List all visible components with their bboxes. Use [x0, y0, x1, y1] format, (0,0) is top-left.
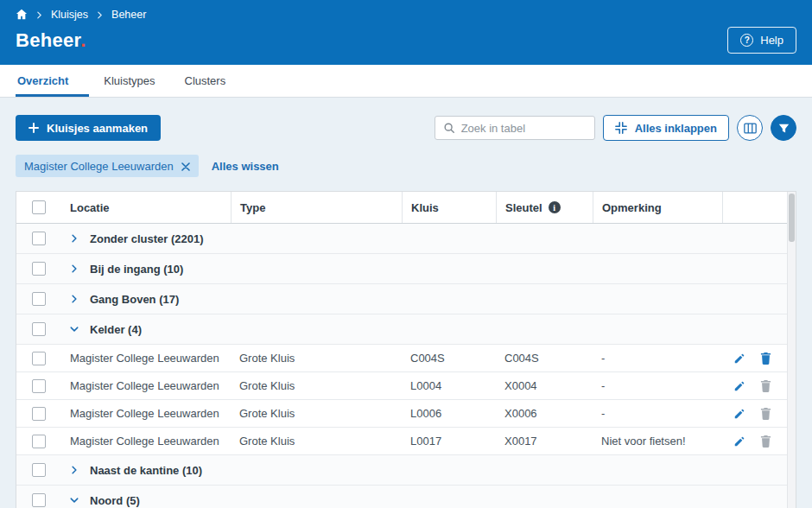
delete-icon[interactable]	[760, 435, 771, 448]
table-search	[435, 116, 595, 140]
scrollbar-thumb[interactable]	[789, 194, 795, 242]
breadcrumb-item-beheer[interactable]: Beheer	[111, 9, 146, 21]
column-header-sleutel[interactable]: Sleutel	[496, 192, 593, 223]
column-settings-button[interactable]	[737, 115, 763, 141]
row-checkbox[interactable]	[32, 262, 46, 276]
group-row-zonder-cluster[interactable]: Zonder cluster (2201)	[16, 224, 796, 254]
row-checkbox[interactable]	[32, 322, 46, 336]
edit-icon[interactable]	[733, 380, 745, 392]
cell-opmerking: -	[593, 379, 722, 392]
row-checkbox[interactable]	[32, 493, 46, 507]
filter-chip-label: Magister College Leeuwarden	[24, 160, 174, 173]
breadcrumb: Kluisjes Beheer	[16, 9, 796, 21]
cell-sleutel: X0017	[496, 435, 593, 448]
cell-kluis: C004S	[402, 352, 496, 365]
group-row-gang-boven[interactable]: Gang Boven (17)	[16, 284, 796, 314]
filter-button[interactable]	[771, 115, 796, 141]
clear-all-filters-link[interactable]: Alles wissen	[212, 160, 279, 173]
close-icon[interactable]	[181, 162, 190, 171]
cell-locatie: Magister College Leeuwarden	[61, 352, 231, 365]
column-header-label: Locatie	[70, 201, 110, 214]
search-input[interactable]	[461, 122, 587, 135]
column-header-label: Kluis	[411, 201, 439, 214]
row-checkbox[interactable]	[32, 435, 46, 448]
column-header-opmerking[interactable]: Opmerking	[593, 192, 722, 223]
cell-locatie: Magister College Leeuwarden	[61, 379, 231, 392]
help-button[interactable]: Help	[727, 27, 796, 54]
collapse-all-button[interactable]: Alles inklappen	[603, 115, 729, 141]
app-header: Kluisjes Beheer Beheer. Help	[0, 0, 812, 65]
cell-locatie: Magister College Leeuwarden	[61, 407, 231, 420]
column-header-label: Sleutel	[505, 201, 542, 214]
tab-kluistypes[interactable]: Kluistypes	[89, 65, 169, 97]
column-header-label: Type	[240, 201, 265, 214]
create-lockers-button[interactable]: Kluisjes aanmaken	[16, 115, 161, 141]
edit-icon[interactable]	[733, 352, 745, 365]
row-checkbox[interactable]	[32, 352, 46, 365]
lockers-table: Locatie Type Kluis Sleutel Opmerking Zon…	[16, 191, 796, 508]
cell-kluis: L0017	[402, 435, 496, 448]
group-label: Gang Boven (17)	[90, 293, 179, 306]
table-scrollbar[interactable]	[787, 192, 796, 508]
create-lockers-label: Kluisjes aanmaken	[47, 122, 148, 135]
edit-icon[interactable]	[733, 435, 745, 448]
main-content: Kluisjes aanmaken Alles inklappen	[0, 98, 812, 508]
column-header-kluis[interactable]: Kluis	[402, 192, 496, 223]
row-checkbox[interactable]	[32, 379, 46, 393]
breadcrumb-item-kluisjes[interactable]: Kluisjes	[51, 9, 88, 21]
group-label: Kelder (4)	[90, 323, 142, 336]
cell-locatie: Magister College Leeuwarden	[61, 435, 231, 448]
columns-icon	[744, 123, 757, 134]
group-row-kelder[interactable]: Kelder (4)	[16, 314, 796, 345]
cell-type: Grote Kluis	[231, 379, 402, 392]
tab-label: Clusters	[185, 74, 226, 87]
group-row-noord[interactable]: Noord (5)	[16, 486, 796, 508]
tab-label: Kluistypes	[104, 74, 155, 87]
page-title-text: Beheer	[16, 29, 80, 51]
delete-icon[interactable]	[760, 379, 771, 392]
delete-icon[interactable]	[760, 407, 771, 420]
toolbar: Kluisjes aanmaken Alles inklappen	[16, 115, 796, 141]
collapse-icon	[615, 122, 627, 134]
select-all-checkbox[interactable]	[32, 200, 46, 214]
cell-type: Grote Kluis	[231, 435, 402, 448]
table-header-row: Locatie Type Kluis Sleutel Opmerking	[16, 192, 796, 224]
cell-type: Grote Kluis	[231, 407, 402, 420]
cell-kluis: L0006	[402, 407, 496, 420]
group-label: Bij de ingang (10)	[90, 263, 183, 276]
group-row-naast-de-kantine[interactable]: Naast de kantine (10)	[16, 455, 796, 486]
active-filters: Magister College Leeuwarden Alles wissen	[16, 155, 796, 177]
group-label: Noord (5)	[90, 494, 140, 507]
tab-label: Overzicht	[17, 74, 68, 87]
group-label: Zonder cluster (2201)	[90, 232, 204, 245]
row-checkbox[interactable]	[32, 407, 46, 421]
chevron-right-icon[interactable]	[70, 295, 79, 303]
tab-overzicht[interactable]: Overzicht	[16, 65, 89, 97]
chevron-down-icon[interactable]	[70, 325, 79, 333]
row-checkbox[interactable]	[32, 232, 46, 245]
page-title: Beheer.	[16, 29, 86, 52]
filter-chip: Magister College Leeuwarden	[16, 155, 199, 177]
table-row: Magister College Leeuwarden Grote Kluis …	[16, 400, 796, 428]
delete-icon[interactable]	[760, 352, 771, 365]
cell-sleutel: C004S	[496, 352, 593, 365]
chevron-right-icon[interactable]	[70, 234, 79, 243]
column-header-type[interactable]: Type	[231, 192, 402, 223]
chevron-right-icon[interactable]	[70, 264, 79, 273]
chevron-down-icon[interactable]	[70, 496, 79, 505]
column-header-locatie[interactable]: Locatie	[61, 192, 231, 223]
group-row-bij-de-ingang[interactable]: Bij de ingang (10)	[16, 254, 796, 284]
chevron-right-icon[interactable]	[70, 466, 79, 474]
cell-sleutel: X0004	[496, 379, 593, 392]
row-checkbox[interactable]	[32, 463, 46, 477]
column-header-actions	[722, 192, 796, 223]
row-checkbox[interactable]	[32, 292, 46, 306]
page-title-dot: .	[80, 29, 86, 51]
plus-icon	[29, 123, 39, 133]
home-icon[interactable]	[16, 9, 28, 20]
collapse-all-label: Alles inklappen	[635, 122, 717, 135]
edit-icon[interactable]	[733, 408, 745, 420]
info-icon[interactable]	[549, 201, 561, 213]
cell-kluis: L0004	[402, 379, 496, 392]
tab-clusters[interactable]: Clusters	[170, 65, 241, 97]
